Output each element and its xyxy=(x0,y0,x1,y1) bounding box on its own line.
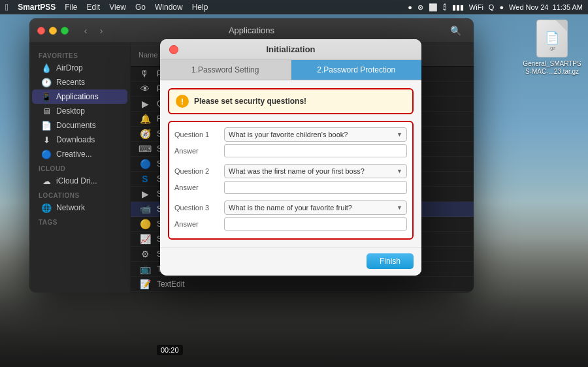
warning-text: Please set security questions! xyxy=(194,97,306,106)
question-2-arrow: ▼ xyxy=(397,168,402,174)
tab-password-setting[interactable]: 1.Password Setting xyxy=(160,60,291,80)
sidebar-item-documents[interactable]: 📄 Documents xyxy=(32,118,127,133)
warning-icon: ! xyxy=(176,95,189,108)
question-3-row: Question 3 What is the name of your favo… xyxy=(174,200,407,215)
menu-help[interactable]: Help xyxy=(192,3,208,12)
file-icon: ⌨ xyxy=(139,144,152,154)
back-arrow[interactable]: ‹ xyxy=(79,24,92,37)
menu-window[interactable]: Window xyxy=(155,3,183,12)
sidebar-locations-label: Locations xyxy=(29,188,130,200)
timestamp-value: 00:20 xyxy=(161,346,179,354)
sidebar-item-recents[interactable]: 🕐 Recents xyxy=(32,75,127,89)
answer-1-row: Answer xyxy=(174,144,407,157)
sidebar-icloud-drive-label: iCloud Dri... xyxy=(56,176,97,185)
dialog-title: Initialization xyxy=(266,44,315,54)
menubar-right: ● ⊗ ⬜ ₿ ▮▮▮ WiFi Q ● Wed Nov 24 11:35 AM xyxy=(408,3,583,12)
airdrop-icon: 💧 xyxy=(41,63,52,73)
sidebar-documents-label: Documents xyxy=(56,121,96,130)
question-1-arrow: ▼ xyxy=(397,131,402,138)
desktop-file-label: General_SMARTPS S-MAC-...23.tar.gz xyxy=(523,60,581,76)
record-icon: ● xyxy=(408,3,412,11)
finder-sidebar: Favorites 💧 AirDrop 🕐 Recents 📱 Applicat… xyxy=(29,43,131,293)
dialog-close-button[interactable]: ✕ xyxy=(169,45,178,54)
finder-nav: ‹ › xyxy=(79,24,108,37)
forward-arrow[interactable]: › xyxy=(95,24,108,37)
icloud-icon: ☁ xyxy=(41,176,52,186)
answer-1-input[interactable] xyxy=(224,144,407,157)
question-3-arrow: ▼ xyxy=(397,204,402,211)
desktop-icon-sidebar: 🖥 xyxy=(41,106,52,116)
creative-icon: 🔵 xyxy=(41,149,52,159)
col-name-header: Name xyxy=(139,51,157,59)
sidebar-creative-label: Creative... xyxy=(56,150,92,159)
menu-edit[interactable]: Edit xyxy=(87,3,101,12)
question-1-value: What is your favorite children's book? xyxy=(229,131,348,138)
sidebar-recents-label: Recents xyxy=(56,78,85,87)
search-icon[interactable]: Q xyxy=(489,3,495,11)
sidebar-item-network[interactable]: 🌐 Network xyxy=(32,200,127,215)
finish-button[interactable]: Finish xyxy=(367,253,414,269)
sidebar-item-applications[interactable]: 📱 Applications xyxy=(32,89,127,104)
init-dialog: ✕ Initialization 1.Password Setting 2.Pa… xyxy=(160,39,421,276)
file-icon: 📝 xyxy=(139,279,152,289)
finder-search-icon[interactable]: 🔍 xyxy=(450,24,466,37)
file-icon: 🎙 xyxy=(139,69,152,79)
sidebar-item-downloads[interactable]: ⬇ Downloads xyxy=(32,133,127,147)
file-icon: ⚙ xyxy=(139,249,152,259)
menubar:  SmartPSS File Edit View Go Window Help… xyxy=(0,0,588,14)
question-1-select[interactable]: What is your favorite children's book? ▼ xyxy=(224,127,407,142)
sidebar-network-label: Network xyxy=(56,203,85,212)
file-icon-image: 📄 .gz xyxy=(536,20,568,57)
desktop:  SmartPSS File Edit View Go Window Help… xyxy=(0,0,588,367)
timestamp-overlay: 00:20 xyxy=(157,345,183,355)
sidebar-tags-label: Tags xyxy=(29,215,130,227)
tab-password-protection[interactable]: 2.Password Protection xyxy=(291,60,422,80)
answer-2-input[interactable] xyxy=(224,181,407,194)
answer-2-label: Answer xyxy=(174,184,219,191)
sidebar-item-desktop[interactable]: 🖥 Desktop xyxy=(32,104,127,118)
control-center-icon[interactable]: ● xyxy=(499,3,504,11)
question-2-select[interactable]: What was the first name of your first bo… xyxy=(224,164,407,178)
menu-go[interactable]: Go xyxy=(135,3,146,12)
statusbar-icon3: ⬜ xyxy=(429,3,438,12)
answer-3-input[interactable] xyxy=(224,217,407,231)
sidebar-icloud-label: iCloud xyxy=(29,161,130,174)
network-icon: 🌐 xyxy=(41,202,52,213)
question-1-row: Question 1 What is your favorite childre… xyxy=(174,127,407,142)
statusbar-icon2: ⊗ xyxy=(417,3,423,12)
menu-view[interactable]: View xyxy=(109,3,126,12)
table-row[interactable]: 📦 The Unarchiver xyxy=(131,292,474,293)
minimize-button[interactable] xyxy=(49,27,57,35)
fullscreen-button[interactable] xyxy=(61,27,69,35)
file-icon: 👁 xyxy=(139,84,152,94)
date-time: Wed Nov 24 11:35 AM xyxy=(509,3,583,11)
question-2-row: Question 2 What was the first name of yo… xyxy=(174,164,407,178)
file-icon: 🔔 xyxy=(139,114,152,124)
menu-file[interactable]: File xyxy=(65,3,77,12)
sidebar-item-icloud[interactable]: ☁ iCloud Dri... xyxy=(32,174,127,188)
close-button[interactable] xyxy=(37,27,45,35)
dialog-content: ! Please set security questions! Questio… xyxy=(160,80,421,247)
question-3-select[interactable]: What is the name of your favorite fruit?… xyxy=(224,200,407,215)
battery-icon: ▮▮▮ xyxy=(452,3,464,12)
answer-3-row: Answer xyxy=(174,217,407,231)
table-row[interactable]: 📝 TextEdit xyxy=(131,277,474,292)
documents-icon: 📄 xyxy=(41,120,52,131)
downloads-icon: ⬇ xyxy=(41,135,52,145)
sidebar-applications-label: Applications xyxy=(56,92,99,101)
sidebar-item-airdrop[interactable]: 💧 AirDrop xyxy=(32,61,127,75)
bluetooth-icon: ₿ xyxy=(443,3,447,11)
sidebar-favorites-label: Favorites xyxy=(29,48,130,61)
wifi-icon: WiFi xyxy=(469,3,483,11)
question-3-label: Question 3 xyxy=(174,204,219,212)
sidebar-downloads-label: Downloads xyxy=(56,135,95,144)
applications-icon: 📱 xyxy=(41,91,52,102)
file-icon: 📹 xyxy=(139,204,152,214)
question-3-value: What is the name of your favorite fruit? xyxy=(229,204,352,212)
sidebar-item-creative[interactable]: 🔵 Creative... xyxy=(32,147,127,161)
desktop-file-icon[interactable]: 📄 .gz General_SMARTPS S-MAC-...23.tar.gz xyxy=(529,20,575,76)
file-icon: 📈 xyxy=(139,234,152,244)
apple-menu-icon[interactable]:  xyxy=(5,2,8,12)
file-name: TextEdit xyxy=(157,279,466,289)
menubar-left:  SmartPSS File Edit View Go Window Help xyxy=(5,2,208,12)
